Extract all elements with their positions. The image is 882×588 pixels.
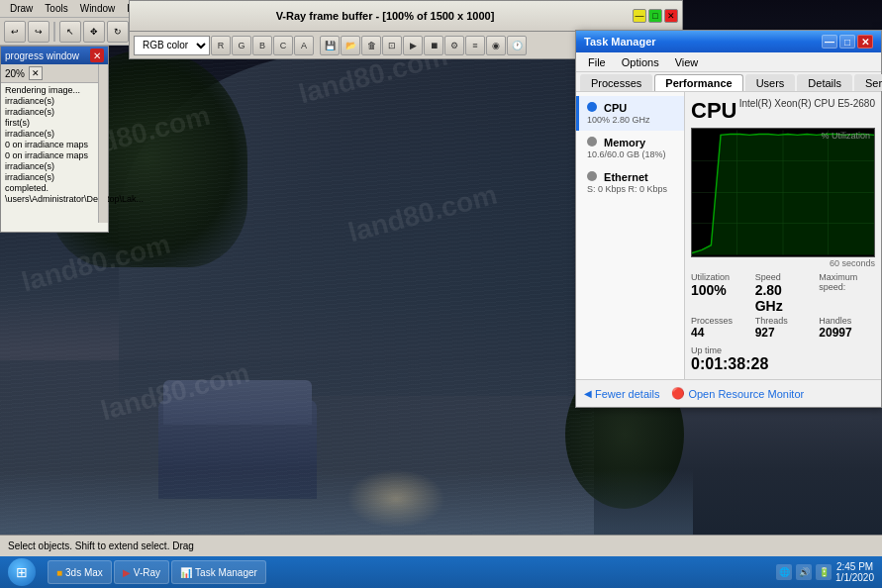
menu-tools[interactable]: Tools xyxy=(39,3,73,14)
tm-menubar: File Options View xyxy=(576,52,881,72)
max-statusbar: Select objects. Shift to extend select. … xyxy=(0,535,882,556)
progress-line-10: completed. xyxy=(5,183,104,193)
vray-btn-r[interactable]: R xyxy=(211,36,231,55)
vray-btn-open[interactable]: 📂 xyxy=(341,36,360,55)
vray-btn-b[interactable]: B xyxy=(252,36,272,55)
toolbar-btn-move[interactable]: ✥ xyxy=(83,21,105,43)
taskbar-items: ■3ds Max ▶V-Ray 📊Task Manager xyxy=(44,556,768,588)
vray-btn-stop[interactable]: ⏹ xyxy=(424,36,443,55)
vray-btn-history[interactable]: 🕐 xyxy=(507,36,527,55)
menu-window[interactable]: Window xyxy=(74,3,122,14)
vray-fb-title: V-Ray frame buffer - [100% of 1500 x 100… xyxy=(138,10,633,22)
vray-btn-lens[interactable]: ◉ xyxy=(486,36,506,55)
progress-scrollbar[interactable] xyxy=(98,64,108,223)
resource-cpu[interactable]: CPU 100% 2.80 GHz xyxy=(576,96,684,131)
fb-restore-btn[interactable]: □ xyxy=(648,9,662,23)
stat-threads: Threads 927 xyxy=(755,316,812,340)
tm-footer: ◀ Fewer details 🔴 Open Resource Monitor xyxy=(576,379,881,407)
vray-btn-region[interactable]: ⊡ xyxy=(382,36,402,55)
tm-cpu-panel: CPU Intel(R) Xeon(R) CPU E5-2680 % Utili… xyxy=(685,92,881,379)
cpu-icon xyxy=(587,102,597,112)
tab-users[interactable]: Users xyxy=(745,74,796,91)
fewer-details-link[interactable]: ◀ Fewer details xyxy=(584,388,659,400)
toolbar-btn-2[interactable]: ↪ xyxy=(28,21,49,43)
progress-title-label: progress window xyxy=(5,50,79,61)
stat-handles: Handles 20997 xyxy=(819,316,875,340)
vray-btn-settings[interactable]: ⚙ xyxy=(444,36,464,55)
fb-close-btn[interactable]: ✕ xyxy=(664,9,678,23)
tab-details[interactable]: Details xyxy=(797,74,852,91)
tray-network-icon[interactable]: 🌐 xyxy=(776,564,792,580)
tm-menu-view[interactable]: View xyxy=(667,52,707,71)
progress-line-11: \users\Administrator\Desktop\Lak... xyxy=(5,194,104,204)
menu-draw[interactable]: Draw xyxy=(4,3,39,14)
progress-line-6: 0 on irradiance maps xyxy=(5,140,104,149)
cpu-name: CPU xyxy=(604,102,627,114)
threads-label: Threads xyxy=(755,316,812,326)
progress-line-2: irradiance(s) xyxy=(5,96,104,106)
tm-menu-file[interactable]: File xyxy=(580,52,614,71)
resource-ethernet[interactable]: Ethernet S: 0 Kbps R: 0 Kbps xyxy=(576,165,684,200)
tab-performance[interactable]: Performance xyxy=(654,74,742,91)
progress-line-7: 0 on irradiance maps xyxy=(5,150,104,160)
tab-services[interactable]: Services xyxy=(854,74,882,91)
tm-resource-list: CPU 100% 2.80 GHz Memory 10.6/60.0 GB (1… xyxy=(576,92,685,379)
threads-value: 927 xyxy=(755,326,812,340)
tray-volume-icon[interactable]: 🔊 xyxy=(796,564,812,580)
start-button[interactable]: ⊞ xyxy=(0,556,44,588)
taskbar-vray[interactable]: ▶V-Ray xyxy=(114,560,169,584)
tm-body: CPU 100% 2.80 GHz Memory 10.6/60.0 GB (1… xyxy=(576,92,881,379)
vray-btn-a[interactable]: A xyxy=(294,36,314,55)
statusbar-text: Select objects. Shift to extend select. … xyxy=(8,540,194,551)
taskbar-3dsmax[interactable]: ■3ds Max xyxy=(48,560,112,584)
cpu-model: Intel(R) Xeon(R) CPU E5-2680 xyxy=(739,98,875,109)
resource-memory[interactable]: Memory 10.6/60.0 GB (18%) xyxy=(576,131,684,165)
toolbar-btn-select[interactable]: ↖ xyxy=(59,21,81,43)
tm-title-controls: — □ ✕ xyxy=(822,35,873,49)
vray-btn-channels[interactable]: ≡ xyxy=(465,36,485,55)
speed-value: 2.80 GHz xyxy=(755,282,812,314)
uptime-value: 0:01:38:28 xyxy=(691,355,875,373)
progress-stop-btn[interactable]: ✕ xyxy=(29,66,43,80)
vray-btn-g[interactable]: G xyxy=(232,36,251,55)
tm-menu-options[interactable]: Options xyxy=(614,52,667,71)
utilization-value: 100% xyxy=(691,282,747,298)
tm-close-btn[interactable]: ✕ xyxy=(857,35,873,49)
stat-processes: Processes 44 xyxy=(691,316,747,340)
open-resource-monitor-label: Open Resource Monitor xyxy=(688,388,804,400)
stat-max-speed: Maximum speed: xyxy=(819,272,875,314)
uptime-section: Up time 0:01:38:28 xyxy=(691,345,875,373)
fb-minimize-btn[interactable]: — xyxy=(633,9,646,23)
fewer-details-arrow: ◀ xyxy=(584,388,592,399)
tm-tabs: Processes Performance Users Details Serv… xyxy=(576,72,881,92)
progress-line-5: irradiance(s) xyxy=(5,129,104,139)
handles-label: Handles xyxy=(819,316,875,326)
tm-minimize-btn[interactable]: — xyxy=(822,35,837,49)
ethernet-detail: S: 0 Kbps R: 0 Kbps xyxy=(587,184,676,194)
uptime-label: Up time xyxy=(691,345,875,355)
tm-title-bar: Task Manager — □ ✕ xyxy=(576,31,881,52)
vray-btn-save[interactable]: 💾 xyxy=(320,36,340,55)
progress-content: Rendering image... irradiance(s) irradia… xyxy=(1,83,108,232)
rgb-color-select[interactable]: RGB color Alpha xyxy=(134,36,210,55)
vray-btn-c[interactable]: C xyxy=(273,36,293,55)
speed-label: Speed xyxy=(755,272,812,282)
progress-title-bar: progress window ✕ xyxy=(1,47,108,64)
cpu-graph-svg xyxy=(692,129,874,256)
progress-close-btn[interactable]: ✕ xyxy=(90,49,104,62)
toolbar-btn-rotate[interactable]: ↻ xyxy=(107,21,129,43)
progress-line-3: irradiance(s) xyxy=(5,107,104,117)
tray-battery-icon[interactable]: 🔋 xyxy=(816,564,832,580)
progress-controls: 20% ✕ xyxy=(1,64,108,83)
taskbar: ⊞ ■3ds Max ▶V-Ray 📊Task Manager 🌐 🔊 🔋 2:… xyxy=(0,556,882,588)
open-resource-monitor-link[interactable]: 🔴 Open Resource Monitor xyxy=(671,387,804,400)
tm-maximize-btn[interactable]: □ xyxy=(839,35,855,49)
toolbar-btn-1[interactable]: ↩ xyxy=(4,21,26,43)
memory-icon xyxy=(587,137,597,147)
taskbar-taskman[interactable]: 📊Task Manager xyxy=(171,560,266,584)
tab-processes[interactable]: Processes xyxy=(580,74,652,91)
progress-line-4: first(s) xyxy=(5,118,104,128)
vray-btn-render-region[interactable]: ▶ xyxy=(403,36,423,55)
vray-btn-clear[interactable]: 🗑 xyxy=(361,36,381,55)
taskbar-time: 2:45 PM 1/1/2020 xyxy=(835,561,874,583)
